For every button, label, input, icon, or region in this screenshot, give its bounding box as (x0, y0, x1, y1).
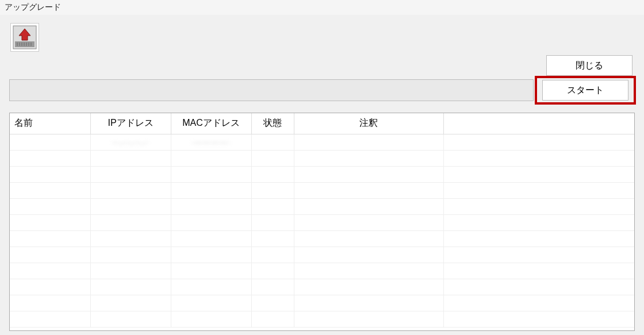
window-title: アップグレード (0, 0, 644, 15)
table-cell (171, 198, 251, 214)
table-cell (90, 311, 171, 327)
table-cell (294, 214, 443, 230)
table-cell (294, 263, 443, 279)
col-header-status[interactable]: 状態 (251, 113, 294, 134)
table-cell (443, 230, 634, 247)
table-cell (171, 166, 251, 182)
table-cell (90, 279, 171, 295)
table-cell (171, 182, 251, 198)
start-button-label: スタート (567, 85, 604, 95)
table-cell (443, 247, 634, 263)
table-cell (443, 263, 634, 279)
table-cell: ··-··-··-··-·· (171, 134, 251, 150)
table-cell (251, 166, 294, 182)
table-cell (10, 214, 90, 230)
table-cell (251, 279, 294, 295)
table-cell (251, 230, 294, 247)
table-header-row: 名前 IPアドレス MACアドレス 状態 注釈 (10, 113, 634, 134)
upgrade-icon (13, 25, 37, 49)
table-cell (10, 134, 90, 150)
table-cell (171, 311, 251, 327)
table-cell (251, 198, 294, 214)
svg-rect-1 (15, 41, 34, 47)
table-row[interactable] (10, 247, 634, 263)
table-cell (10, 263, 90, 279)
table-cell (171, 230, 251, 247)
col-header-ip[interactable]: IPアドレス (90, 113, 171, 134)
col-header-mac[interactable]: MACアドレス (171, 113, 251, 134)
table-row[interactable] (10, 230, 634, 247)
table-cell (443, 166, 634, 182)
table-cell (443, 150, 634, 166)
table-row[interactable] (10, 311, 634, 327)
table-cell (90, 263, 171, 279)
table-cell (443, 134, 634, 150)
table-cell (251, 247, 294, 263)
table-cell (294, 150, 443, 166)
table-cell (171, 263, 251, 279)
table-cell (443, 182, 634, 198)
table-cell (294, 279, 443, 295)
table-cell (251, 295, 294, 311)
table-row[interactable] (10, 182, 634, 198)
table-row[interactable] (10, 150, 634, 166)
table-cell (251, 150, 294, 166)
table-row[interactable] (10, 295, 634, 311)
table-cell (294, 295, 443, 311)
table-cell (90, 247, 171, 263)
col-header-rest (443, 113, 634, 134)
window-title-text: アップグレード (5, 2, 61, 11)
table-cell (294, 182, 443, 198)
table-row[interactable] (10, 279, 634, 295)
table-cell (10, 295, 90, 311)
table-cell (251, 134, 294, 150)
table-cell (443, 295, 634, 311)
table-cell: ···.···.···.·· (90, 134, 171, 150)
table-cell (443, 311, 634, 327)
close-button-label: 閉じる (576, 60, 603, 70)
table-cell (90, 214, 171, 230)
table-cell (294, 198, 443, 214)
file-path-input[interactable] (9, 79, 534, 101)
table-cell (251, 182, 294, 198)
col-header-name[interactable]: 名前 (10, 113, 90, 134)
table-cell (90, 295, 171, 311)
upgrade-toolbar-button[interactable] (10, 23, 39, 52)
table-cell (171, 214, 251, 230)
table-cell (10, 247, 90, 263)
table-cell (171, 279, 251, 295)
start-button-highlight: スタート (535, 76, 636, 105)
device-table: 名前 IPアドレス MACアドレス 状態 注釈 ···.···.···.····… (9, 113, 635, 331)
table-row[interactable] (10, 263, 634, 279)
table-cell (294, 230, 443, 247)
table-cell (10, 182, 90, 198)
table-cell (10, 150, 90, 166)
table-cell (294, 311, 443, 327)
table-cell (171, 150, 251, 166)
col-header-note[interactable]: 注釈 (294, 113, 443, 134)
close-button[interactable]: 閉じる (546, 55, 632, 76)
table-cell (443, 198, 634, 214)
table-cell (443, 279, 634, 295)
table-cell (90, 182, 171, 198)
table-cell (251, 311, 294, 327)
table-cell (171, 295, 251, 311)
table-cell (90, 230, 171, 247)
table-cell (10, 230, 90, 247)
table-cell (90, 166, 171, 182)
table-cell (10, 166, 90, 182)
table-cell (294, 166, 443, 182)
table-cell (10, 311, 90, 327)
table-cell (90, 150, 171, 166)
content-area: 閉じる スタート 名前 IPアドレス MACアドレス 状態 注釈 (0, 15, 644, 331)
table-cell (90, 198, 171, 214)
start-button[interactable]: スタート (542, 80, 628, 101)
table-row[interactable] (10, 166, 634, 182)
controls-row: 閉じる スタート (8, 55, 636, 107)
table-cell (171, 247, 251, 263)
table-row[interactable]: ···.···.···.····-··-··-··-·· (10, 134, 634, 150)
table-cell (10, 279, 90, 295)
table-cell (10, 198, 90, 214)
table-row[interactable] (10, 198, 634, 214)
table-row[interactable] (10, 214, 634, 230)
